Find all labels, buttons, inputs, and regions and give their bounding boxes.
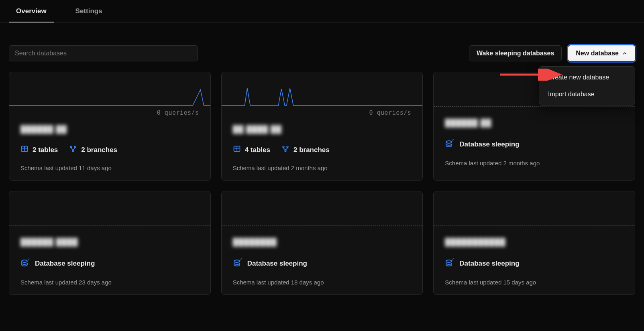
tables-count: 4 tables: [233, 145, 270, 155]
database-card-body: ██████ ████ z z Database sleepingSchema …: [9, 226, 210, 294]
database-name: ██ ████ ██: [233, 125, 412, 134]
database-meta-row: 2 tables 2 branches: [20, 145, 199, 155]
table-icon: [20, 145, 29, 155]
database-card[interactable]: 0 queries/s██ ████ ██ 4 tables 2 branche…: [221, 72, 423, 181]
database-card-body: ███████████ z z Database sleepingSchema …: [434, 226, 635, 294]
search-input[interactable]: [9, 45, 198, 61]
branches-count: 2 branches: [69, 145, 117, 155]
dropdown-item-create-new-database[interactable]: Create new database: [542, 69, 632, 86]
database-sleeping-label: Database sleeping: [459, 260, 519, 268]
database-meta-row: 4 tables 2 branches: [233, 145, 412, 155]
wake-sleeping-databases-button[interactable]: Wake sleeping databases: [469, 45, 562, 61]
database-cards-grid: 0 queries/s██████ ██ 2 tables 2 branches…: [0, 72, 644, 304]
database-sleeping-label: Database sleeping: [459, 140, 519, 148]
new-database-dropdown: Create new database Import database: [539, 66, 635, 106]
activity-sparkline-area: [222, 191, 423, 226]
schema-last-updated: Schema last updated 18 days ago: [233, 279, 412, 286]
database-sleeping-icon: z z: [20, 258, 30, 269]
database-card[interactable]: ███████████ z z Database sleepingSchema …: [433, 191, 635, 295]
tables-count-label: 2 tables: [33, 146, 58, 154]
branches-count: 2 branches: [281, 145, 330, 155]
database-name: ██████ ████: [20, 238, 199, 246]
table-icon: [233, 145, 241, 155]
chevron-up-icon: [622, 51, 628, 56]
database-sleeping-icon: z z: [233, 258, 243, 269]
sparkline: [222, 72, 423, 106]
new-database-button-label: New database: [576, 50, 619, 57]
svg-point-14: [446, 141, 452, 143]
schema-last-updated: Schema last updated 2 months ago: [233, 164, 412, 171]
svg-text:z: z: [29, 258, 30, 260]
database-sleeping-status: z z Database sleeping: [445, 138, 519, 150]
activity-sparkline-area: [222, 72, 423, 107]
database-name: ██████ ██: [445, 119, 624, 127]
sparkline: [9, 72, 210, 106]
database-card-body: ██ ████ ██ 4 tables 2 branchesSchema las…: [222, 107, 423, 180]
queries-per-second: 0 queries/s: [157, 109, 199, 116]
database-card[interactable]: ██████ ████ z z Database sleepingSchema …: [9, 191, 211, 295]
database-card[interactable]: 0 queries/s██████ ██ 2 tables 2 branches…: [9, 72, 211, 181]
queries-per-second: 0 queries/s: [369, 109, 411, 116]
database-sleeping-status: z z Database sleeping: [233, 258, 307, 269]
database-sleeping-icon: z z: [445, 258, 454, 269]
svg-point-20: [234, 260, 240, 262]
database-name: ████████: [233, 238, 412, 246]
database-name: ██████ ██: [20, 125, 199, 134]
svg-text:z: z: [453, 258, 454, 260]
database-name: ███████████: [445, 238, 624, 246]
database-sleeping-status: z z Database sleeping: [20, 258, 95, 269]
activity-sparkline-area: [434, 191, 635, 226]
branches-count-label: 2 branches: [81, 146, 117, 154]
database-sleeping-label: Database sleeping: [247, 260, 307, 268]
database-sleeping-label: Database sleeping: [35, 260, 95, 268]
branch-icon: [69, 145, 77, 155]
activity-sparkline-area: [9, 72, 210, 107]
database-card[interactable]: ████████ z z Database sleepingSchema las…: [221, 191, 423, 295]
svg-text:z: z: [241, 258, 242, 260]
tab-overview[interactable]: Overview: [9, 0, 54, 22]
database-sleeping-status: z z Database sleeping: [445, 258, 519, 269]
database-card-body: ██████ ██ 2 tables 2 branchesSchema last…: [9, 107, 210, 180]
tab-settings[interactable]: Settings: [68, 0, 110, 22]
schema-last-updated: Schema last updated 2 months ago: [445, 160, 624, 167]
database-card-body: ████████ z z Database sleepingSchema las…: [222, 226, 423, 294]
schema-last-updated: Schema last updated 23 days ago: [20, 279, 199, 286]
svg-point-17: [22, 260, 27, 262]
toolbar: Wake sleeping databases New database Cre…: [0, 23, 644, 72]
schema-last-updated: Schema last updated 11 days ago: [20, 164, 199, 171]
new-database-button[interactable]: New database: [568, 45, 635, 61]
activity-sparkline-area: [9, 191, 210, 226]
branches-count-label: 2 branches: [293, 146, 330, 154]
svg-text:z: z: [453, 138, 454, 140]
tables-count-label: 4 tables: [245, 146, 270, 154]
schema-last-updated: Schema last updated 15 days ago: [445, 279, 624, 286]
tables-count: 2 tables: [20, 145, 58, 155]
svg-point-23: [446, 260, 452, 262]
dropdown-item-import-database[interactable]: Import database: [542, 86, 632, 103]
database-card-body: ██████ ██ z z Database sleepingSchema la…: [434, 107, 635, 175]
database-sleeping-icon: z z: [445, 138, 454, 150]
tab-bar: Overview Settings: [0, 0, 644, 23]
branch-icon: [281, 145, 289, 155]
